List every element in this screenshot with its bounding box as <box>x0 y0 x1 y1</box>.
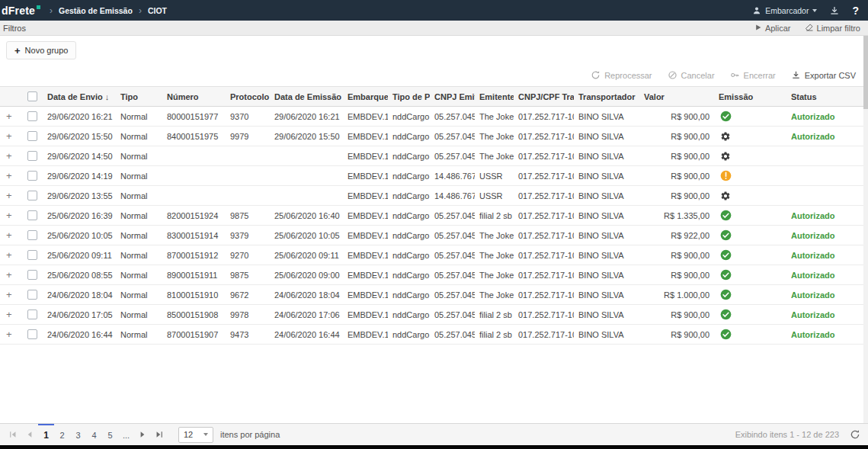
table-row[interactable]: +29/06/2020 14:50NormalEMBDEV.104857nddC… <box>0 146 863 166</box>
column-header-cnpj-emite[interactable]: CNPJ Emite... <box>430 87 475 107</box>
page-size-select[interactable]: 12 <box>178 427 213 443</box>
next-page-button[interactable] <box>134 424 151 445</box>
cell-cnpj-transportador: 017.252.717-10 <box>514 265 574 285</box>
app-root: dFrete › Gestão de Emissão › CIOT Embarc… <box>0 0 868 449</box>
table-row[interactable]: +25/06/2020 09:11Normal87000151912927025… <box>0 245 863 265</box>
more-pages-button[interactable]: ... <box>118 424 134 445</box>
page-button-3[interactable]: 3 <box>70 424 86 445</box>
breadcrumb-gestao-emissao[interactable]: Gestão de Emissão <box>59 6 133 15</box>
apply-filter-label: Aplicar <box>765 24 791 33</box>
prev-page-button[interactable] <box>21 424 38 445</box>
table-row[interactable]: +25/06/2020 10:05Normal83000151914937925… <box>0 226 863 245</box>
row-checkbox[interactable] <box>27 151 37 161</box>
expand-row-button[interactable]: + <box>6 289 12 300</box>
breadcrumb-ciot[interactable]: CIOT <box>148 6 167 15</box>
table-row[interactable]: +29/06/2020 14:19NormalEMBDEV.104855nddC… <box>0 166 863 186</box>
scrollbar-thumb[interactable] <box>863 36 868 109</box>
table-row[interactable]: +29/06/2020 16:21Normal80000151977937029… <box>0 107 863 127</box>
expand-row-button[interactable]: + <box>6 229 12 241</box>
row-checkbox[interactable] <box>27 111 37 121</box>
cell-valor: R$ 900,00 <box>639 265 714 285</box>
row-checkbox[interactable] <box>27 131 37 141</box>
row-checkbox[interactable] <box>27 230 37 240</box>
row-checkbox[interactable] <box>27 290 37 300</box>
table-row[interactable]: +24/06/2020 18:04Normal81000151910967224… <box>0 285 863 305</box>
status-badge: Autorizado <box>791 310 834 319</box>
close-ciot-button[interactable]: Encerrar <box>730 70 776 82</box>
pager-nav: 12345... 12 itens por página <box>5 424 280 445</box>
first-page-button[interactable] <box>5 424 21 445</box>
cell-tipo-pagamento: nddCargo <box>388 206 430 226</box>
cell-cnpj-transportador: 017.252.717-10 <box>514 206 574 226</box>
column-header-emiss-o[interactable]: Emissão <box>714 87 786 107</box>
cell-data-envio: 29/06/2020 14:19 <box>43 166 116 186</box>
row-checkbox[interactable] <box>27 191 37 200</box>
eraser-icon <box>805 23 814 34</box>
row-checkbox[interactable] <box>27 329 37 339</box>
cell-transportador: BINO SILVA <box>574 245 639 265</box>
download-button[interactable] <box>829 5 840 16</box>
export-csv-button[interactable]: Exportar CSV <box>791 70 856 82</box>
app-logo[interactable]: dFrete <box>2 4 40 18</box>
apply-filter-button[interactable]: Aplicar <box>754 24 791 33</box>
cell-tipo: Normal <box>116 186 162 206</box>
page-button-4[interactable]: 4 <box>86 424 102 445</box>
column-header-data-de-envio[interactable]: Data de Envio↓ <box>43 87 116 107</box>
page-button-1[interactable]: 1 <box>38 424 54 445</box>
clear-filter-button[interactable]: Limpar filtro <box>805 23 860 34</box>
column-header-embarque[interactable]: Embarque <box>343 87 388 107</box>
reprocess-button[interactable]: Reprocessar <box>591 70 652 82</box>
user-menu[interactable]: Embarcador <box>752 6 817 15</box>
table-row[interactable]: +24/06/2020 17:05Normal85000151908997824… <box>0 305 863 325</box>
column-header-tipo[interactable]: Tipo <box>116 87 162 107</box>
cell-emissao <box>714 265 786 285</box>
expand-row-button[interactable]: + <box>6 249 12 261</box>
table-row[interactable]: +25/06/2020 08:55Normal89000151911987525… <box>0 265 863 285</box>
expand-row-button[interactable]: + <box>6 269 12 281</box>
expand-row-button[interactable]: + <box>6 190 12 201</box>
column-header-data-de-emiss-o[interactable]: Data de Emissão <box>270 87 343 107</box>
cell-status: Autorizado <box>786 265 863 285</box>
column-header-transportador[interactable]: Transportador <box>574 87 639 107</box>
column-header-emitente[interactable]: Emitente <box>475 87 514 107</box>
expand-row-button[interactable]: + <box>6 309 12 320</box>
column-header-valor[interactable]: Valor <box>639 87 714 107</box>
refresh-button[interactable] <box>850 429 860 440</box>
cancel-button[interactable]: Cancelar <box>668 70 715 82</box>
page-button-5[interactable]: 5 <box>102 424 118 445</box>
expand-row-button[interactable]: + <box>6 170 12 181</box>
column-header-tipo-de-paga[interactable]: Tipo de Paga... <box>388 87 430 107</box>
column-header-status[interactable]: Status <box>786 87 863 107</box>
column-header-cnpj-cpf-transp[interactable]: CNPJ/CPF Transp... <box>514 87 574 107</box>
authorized-check-icon <box>720 269 732 281</box>
column-header-n-mero[interactable]: Número <box>162 87 226 107</box>
logo-accent-square <box>37 5 40 9</box>
vertical-scrollbar[interactable] <box>863 36 868 423</box>
expand-row-button[interactable]: + <box>6 210 12 221</box>
table-row[interactable]: +24/06/2020 16:44Normal87000151907947324… <box>0 325 863 345</box>
select-all-checkbox[interactable] <box>27 91 37 101</box>
help-button[interactable]: ? <box>852 5 859 17</box>
cell-protocolo: 9875 <box>226 265 270 285</box>
expand-row-button[interactable]: + <box>6 150 12 162</box>
page-button-2[interactable]: 2 <box>54 424 70 445</box>
cell-numero: 80000151977 <box>162 107 226 127</box>
row-checkbox[interactable] <box>27 309 37 319</box>
row-checkbox[interactable] <box>27 250 37 260</box>
table-row[interactable]: +25/06/2020 16:39Normal82000151924987525… <box>0 206 863 226</box>
reprocess-label: Reprocessar <box>604 71 652 80</box>
row-checkbox[interactable] <box>27 270 37 280</box>
expand-row-button[interactable]: + <box>6 130 12 142</box>
table-row[interactable]: +29/06/2020 13:55NormalEMBDEV.104835nddC… <box>0 186 863 206</box>
expand-row-button[interactable]: + <box>6 111 12 122</box>
row-checkbox[interactable] <box>27 171 37 181</box>
cell-tipo-pagamento: nddCargo <box>388 265 430 285</box>
table-row[interactable]: +29/06/2020 15:50Normal84000151975997929… <box>0 127 863 146</box>
last-page-button[interactable] <box>151 424 168 445</box>
new-group-button[interactable]: + Novo grupo <box>6 41 76 59</box>
cell-protocolo <box>226 146 270 166</box>
expand-row-button[interactable]: + <box>6 329 12 340</box>
cell-cnpj-emitente: 05.257.045/0... <box>430 265 475 285</box>
row-checkbox[interactable] <box>27 210 37 220</box>
column-header-protocolo[interactable]: Protocolo <box>226 87 270 107</box>
